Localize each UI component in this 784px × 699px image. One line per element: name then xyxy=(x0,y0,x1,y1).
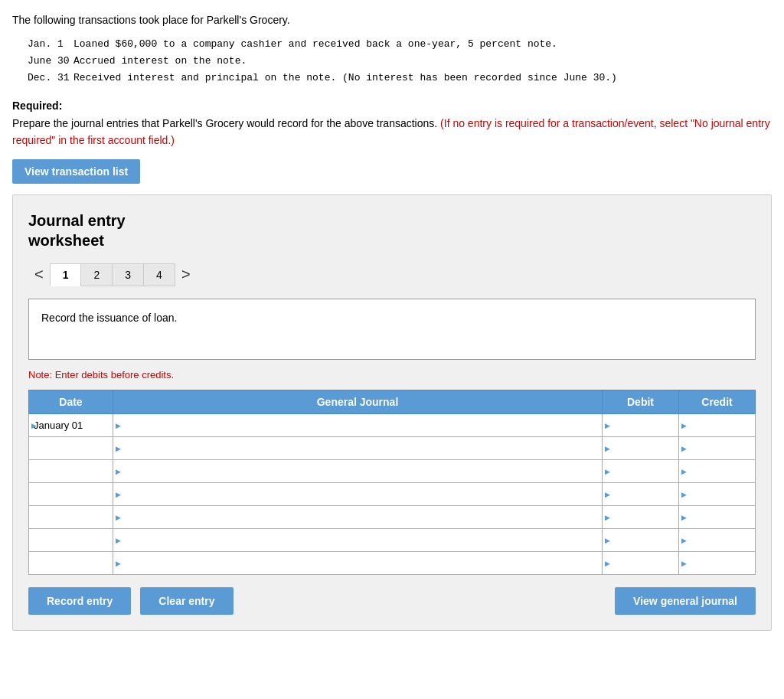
credit-cell-5 xyxy=(679,506,756,529)
date-input-1[interactable] xyxy=(29,414,113,436)
credit-input-5[interactable] xyxy=(679,506,755,528)
credit-input-7[interactable] xyxy=(679,552,755,574)
view-general-journal-button[interactable]: View general journal xyxy=(615,587,756,615)
date-input-5[interactable] xyxy=(29,506,113,528)
journal-cell-2 xyxy=(113,437,603,460)
debit-input-2[interactable] xyxy=(603,437,678,459)
journal-cell-6 xyxy=(113,529,603,552)
transactions-list: Jan. 1 Loaned $60,000 to a company cashi… xyxy=(28,36,772,87)
header-debit: Debit xyxy=(603,390,679,414)
table-row xyxy=(29,483,756,506)
journal-input-6[interactable] xyxy=(113,529,602,551)
table-header-row: Date General Journal Debit Credit xyxy=(29,390,756,414)
transaction-3-text: Received interest and principal on the n… xyxy=(74,70,617,87)
credit-cell-1 xyxy=(679,414,756,437)
transaction-3: Dec. 31 Received interest and principal … xyxy=(28,70,772,87)
transaction-2: June 30 Accrued interest on the note. xyxy=(28,53,772,70)
journal-input-5[interactable] xyxy=(113,506,602,528)
journal-cell-4 xyxy=(113,483,603,506)
clear-entry-button[interactable]: Clear entry xyxy=(140,587,233,615)
table-row xyxy=(29,437,756,460)
journal-entry-worksheet: Journal entryworksheet < 1 2 3 4 > Recor… xyxy=(12,194,772,631)
transaction-2-label: June 30 xyxy=(28,53,74,70)
transaction-1-text: Loaned $60,000 to a company cashier and … xyxy=(74,36,557,53)
credit-input-6[interactable] xyxy=(679,529,755,551)
worksheet-title: Journal entryworksheet xyxy=(28,211,756,250)
debit-cell-7 xyxy=(603,552,679,575)
date-cell-3 xyxy=(29,460,113,483)
tab-1[interactable]: 1 xyxy=(50,263,81,286)
credit-cell-2 xyxy=(679,437,756,460)
record-entry-button[interactable]: Record entry xyxy=(28,587,131,615)
date-cell-2 xyxy=(29,437,113,460)
debit-input-3[interactable] xyxy=(603,460,678,482)
tabs-row: < 1 2 3 4 > xyxy=(28,263,756,286)
transaction-1-label: Jan. 1 xyxy=(28,36,74,53)
date-cell-6 xyxy=(29,529,113,552)
credit-cell-6 xyxy=(679,529,756,552)
date-cell-5 xyxy=(29,506,113,529)
header-credit: Credit xyxy=(679,390,756,414)
table-row xyxy=(29,414,756,437)
credit-cell-4 xyxy=(679,483,756,506)
date-input-3[interactable] xyxy=(29,460,113,482)
task-description-text: Record the issuance of loan. xyxy=(41,312,177,324)
date-cell-7 xyxy=(29,552,113,575)
view-transaction-list-button[interactable]: View transaction list xyxy=(12,159,140,184)
journal-cell-7 xyxy=(113,552,603,575)
journal-input-1[interactable] xyxy=(113,414,602,436)
date-input-4[interactable] xyxy=(29,483,113,505)
tab-4[interactable]: 4 xyxy=(143,263,175,286)
journal-cell-1 xyxy=(113,414,603,437)
tab-nav-right[interactable]: > xyxy=(175,263,197,286)
debit-input-4[interactable] xyxy=(603,483,678,505)
journal-table: Date General Journal Debit Credit xyxy=(28,390,756,575)
debit-cell-3 xyxy=(603,460,679,483)
required-section: Required: Prepare the journal entries th… xyxy=(12,97,772,149)
debit-cell-6 xyxy=(603,529,679,552)
date-input-2[interactable] xyxy=(29,437,113,459)
date-input-7[interactable] xyxy=(29,552,113,574)
date-cell-1 xyxy=(29,414,113,437)
tabs-list: 1 2 3 4 xyxy=(50,263,175,286)
header-date: Date xyxy=(29,390,113,414)
credit-cell-7 xyxy=(679,552,756,575)
debit-input-5[interactable] xyxy=(603,506,678,528)
credit-input-3[interactable] xyxy=(679,460,755,482)
credit-input-1[interactable] xyxy=(679,414,755,436)
debit-input-7[interactable] xyxy=(603,552,678,574)
date-input-6[interactable] xyxy=(29,529,113,551)
required-label: Required: xyxy=(12,100,62,112)
table-row xyxy=(29,529,756,552)
action-buttons-row: Record entry Clear entry View general jo… xyxy=(28,587,756,615)
tab-nav-left[interactable]: < xyxy=(28,263,50,286)
journal-input-4[interactable] xyxy=(113,483,602,505)
debit-cell-4 xyxy=(603,483,679,506)
journal-input-2[interactable] xyxy=(113,437,602,459)
debit-input-1[interactable] xyxy=(603,414,678,436)
credit-input-4[interactable] xyxy=(679,483,755,505)
journal-cell-5 xyxy=(113,506,603,529)
required-text: Prepare the journal entries that Parkell… xyxy=(12,117,437,129)
tab-2[interactable]: 2 xyxy=(80,263,112,286)
transaction-2-text: Accrued interest on the note. xyxy=(74,53,247,70)
journal-input-7[interactable] xyxy=(113,552,602,574)
transaction-1: Jan. 1 Loaned $60,000 to a company cashi… xyxy=(28,36,772,53)
header-general-journal: General Journal xyxy=(113,390,603,414)
opening-text: The following transactions took place fo… xyxy=(12,12,772,28)
table-row xyxy=(29,460,756,483)
debit-cell-5 xyxy=(603,506,679,529)
credit-cell-3 xyxy=(679,460,756,483)
date-cell-4 xyxy=(29,483,113,506)
debit-input-6[interactable] xyxy=(603,529,678,551)
table-row xyxy=(29,552,756,575)
journal-cell-3 xyxy=(113,460,603,483)
table-row xyxy=(29,506,756,529)
credit-input-2[interactable] xyxy=(679,437,755,459)
tab-3[interactable]: 3 xyxy=(112,263,143,286)
note-text: Note: Enter debits before credits. xyxy=(28,369,756,381)
journal-input-3[interactable] xyxy=(113,460,602,482)
debit-cell-1 xyxy=(603,414,679,437)
transaction-3-label: Dec. 31 xyxy=(28,70,74,87)
debit-cell-2 xyxy=(603,437,679,460)
